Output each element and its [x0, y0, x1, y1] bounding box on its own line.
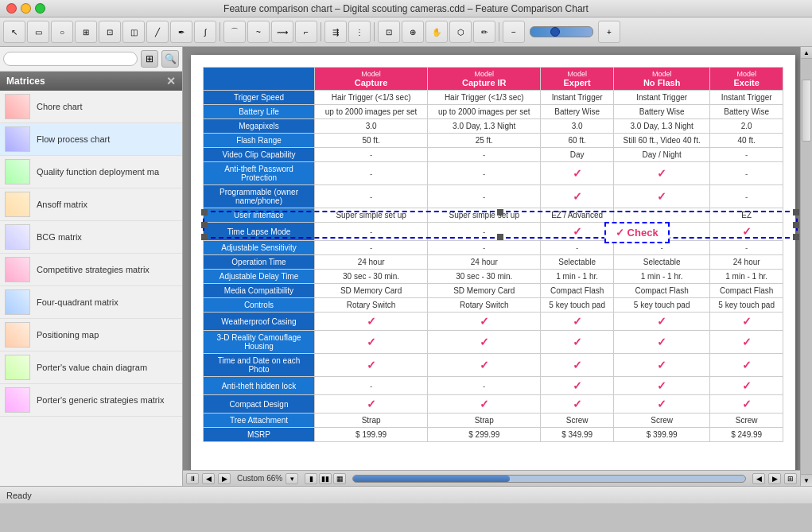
- tool19-button[interactable]: ✏: [473, 21, 495, 43]
- tool8-button[interactable]: ∫: [194, 21, 216, 43]
- sidebar-item-chore[interactable]: Chore chart: [0, 91, 182, 123]
- tool6-button[interactable]: ╱: [146, 21, 169, 43]
- cell-7-1: Super simple set up: [428, 208, 541, 223]
- pause-button[interactable]: ⏸: [186, 473, 199, 484]
- zoom-plus-button[interactable]: +: [598, 21, 620, 43]
- sidebar-item-competitive[interactable]: Competitive strategies matrix: [0, 254, 182, 286]
- tool16-button[interactable]: ⊕: [402, 21, 424, 43]
- fit-button[interactable]: ▦: [333, 473, 346, 484]
- dash-indicator: -: [745, 150, 748, 159]
- resize-handle[interactable]: ⊞: [784, 473, 797, 484]
- zoom-down-button[interactable]: ▾: [286, 473, 298, 484]
- drag-handle-mr[interactable]: [793, 222, 799, 228]
- cell-14-2: ✓: [541, 313, 614, 331]
- single-page-button[interactable]: ▮: [305, 473, 317, 484]
- dash-indicator: -: [370, 150, 372, 159]
- tool9-button[interactable]: ⌒: [223, 21, 246, 43]
- sidebar-item-porters[interactable]: Porter's value chain diagram: [0, 351, 182, 384]
- tool18-button[interactable]: ⬡: [449, 21, 472, 43]
- sidebar-item-bcg[interactable]: BCG matrix: [0, 221, 182, 254]
- drag-handle-tr[interactable]: [793, 209, 799, 216]
- sidebar-item-four[interactable]: Four-quadrant matrix: [0, 286, 182, 319]
- cell-17-4: ✓: [710, 377, 783, 395]
- scroll-progress-bar[interactable]: [352, 475, 746, 483]
- cell-18-3: ✓: [613, 395, 709, 414]
- table-row: MSRP$ 199.99$ 299.99$ 349.99$ 399.99$ 24…: [204, 428, 783, 442]
- maximize-button[interactable]: [35, 3, 45, 14]
- tool13-button[interactable]: ⇶: [324, 21, 347, 43]
- prev-button[interactable]: ◀: [202, 473, 215, 484]
- oval-tool-button[interactable]: ○: [51, 21, 73, 43]
- checkmark-icon: ✓: [657, 315, 666, 328]
- cell-3-2: 60 ft.: [541, 134, 614, 148]
- cell-11-3: 1 min - 1 hr.: [613, 270, 709, 284]
- cell-16-1: ✓: [428, 354, 541, 377]
- sidebar-item-flow[interactable]: Flow process chart: [0, 123, 182, 156]
- cell-13-0: Rotary Switch: [315, 298, 428, 313]
- tool17-button[interactable]: ✋: [425, 21, 448, 43]
- scrollbar-thumb[interactable]: [802, 80, 811, 142]
- cell-9-0: -: [315, 241, 428, 255]
- drag-handle-br[interactable]: [793, 234, 799, 240]
- select-tool-button[interactable]: ↖: [3, 21, 25, 43]
- scroll-right-button[interactable]: ▶: [768, 473, 781, 484]
- scroll-thumb[interactable]: [353, 476, 510, 482]
- search-button[interactable]: 🔍: [161, 50, 179, 68]
- checkmark-icon: ✓: [742, 398, 752, 410]
- scrollbar-track[interactable]: [801, 59, 812, 474]
- checkmark-icon: ✓: [657, 336, 666, 348]
- rect-tool-button[interactable]: ▭: [27, 21, 49, 43]
- tool7-button[interactable]: ✒: [170, 21, 192, 43]
- cell-15-1: ✓: [428, 331, 541, 354]
- checkmark-icon: ✓: [573, 315, 582, 328]
- sidebar-item-positioning[interactable]: Positioning map: [0, 319, 182, 351]
- cell-5-0: -: [315, 162, 428, 185]
- format-icon: ⋮: [355, 28, 363, 37]
- cell-10-0: 24 hour: [315, 255, 428, 270]
- tool11-button[interactable]: ⟿: [271, 21, 293, 43]
- search-input[interactable]: [3, 52, 138, 66]
- sidebar-close-button[interactable]: ✕: [166, 75, 176, 87]
- tool14-button[interactable]: ⋮: [348, 21, 371, 43]
- scroll-down-button[interactable]: ▼: [801, 474, 812, 486]
- double-page-button[interactable]: ▮▮: [319, 473, 332, 484]
- checkmark-icon: ✓: [367, 336, 376, 348]
- table-row: Compact Design✓✓✓✓✓: [204, 395, 783, 414]
- sep2: [321, 22, 321, 41]
- zoom-minus-button[interactable]: −: [503, 21, 525, 43]
- sidebar-item-generic[interactable]: Porter's generic strategies matrix: [0, 384, 182, 417]
- row-header-12: Media Compatibility: [204, 284, 315, 298]
- cell-12-2: Compact Flash: [541, 284, 614, 298]
- tool15-button[interactable]: ⊡: [378, 21, 400, 43]
- checkmark-icon: ✓: [742, 379, 752, 392]
- cell-0-2: Instant Trigger: [541, 91, 614, 105]
- zoom-slider[interactable]: [530, 26, 593, 37]
- cell-16-2: ✓: [541, 354, 614, 377]
- canvas-area[interactable]: ✓ Check ModelCaptureModelCapture IRModel…: [183, 47, 800, 470]
- table-row: Video Clip Capability--DayDay / Night-: [204, 148, 783, 162]
- dash-indicator: -: [745, 192, 748, 201]
- cell-19-2: Screw: [541, 414, 614, 428]
- bezier-icon: ∫: [204, 28, 207, 37]
- tool10-button[interactable]: ~: [247, 21, 270, 43]
- cell-2-1: 3.0 Day, 1.3 Night: [428, 119, 541, 134]
- cell-18-0: ✓: [315, 395, 428, 414]
- cell-17-2: ✓: [541, 377, 614, 395]
- tool5-button[interactable]: ◫: [122, 21, 145, 43]
- scroll-left-button[interactable]: ◀: [752, 473, 765, 484]
- minimize-button[interactable]: [21, 3, 31, 14]
- scroll-up-button[interactable]: ▲: [801, 47, 812, 59]
- sep4: [499, 22, 499, 41]
- table-row: Battery Lifeup to 2000 images per setup …: [204, 105, 783, 119]
- sidebar-item-ansoff[interactable]: Ansoff matrix: [0, 188, 182, 221]
- cell-12-0: SD Memory Card: [315, 284, 428, 298]
- right-scrollbar[interactable]: ▲ ▼: [800, 47, 812, 486]
- tool12-button[interactable]: ⌐: [295, 21, 317, 43]
- connect-tool-button[interactable]: ⊡: [99, 21, 121, 43]
- table-tool-button[interactable]: ⊞: [75, 21, 97, 43]
- grid-view-button[interactable]: ⊞: [141, 50, 158, 68]
- close-button[interactable]: [6, 3, 17, 14]
- sidebar-item-quality[interactable]: Quality function deployment ma: [0, 156, 182, 188]
- table-row: Media CompatibilitySD Memory CardSD Memo…: [204, 284, 783, 298]
- next-button[interactable]: ▶: [218, 473, 231, 484]
